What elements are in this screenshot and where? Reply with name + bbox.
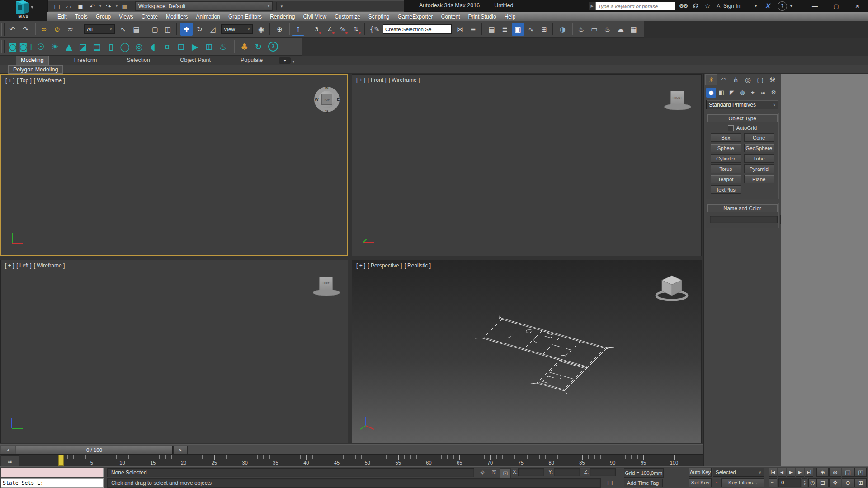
track-bar[interactable]: ≋ 05101520253035404550556065707580859095… xyxy=(0,454,703,466)
shapes-category-icon[interactable]: ◧ xyxy=(717,88,726,98)
use-pivot-center-icon[interactable]: ◉ xyxy=(255,23,267,36)
menu-item[interactable]: Graph Editors xyxy=(224,14,266,20)
render-last-icon[interactable]: ▦ xyxy=(627,23,640,36)
menu-item[interactable]: Help xyxy=(500,14,520,20)
favorites-star-icon[interactable]: ☆ xyxy=(702,1,713,10)
save-file-icon[interactable]: ▣ xyxy=(75,1,86,11)
viewcube-face[interactable]: TOP xyxy=(321,94,332,105)
open-file-icon[interactable]: ▱ xyxy=(63,1,75,11)
menu-item[interactable]: GameExporter xyxy=(394,14,437,20)
mini-curve-editor-button[interactable]: ≋ xyxy=(1,455,19,466)
viewport-menu-shading[interactable]: [ Wireframe ] xyxy=(389,77,420,83)
object-type-button[interactable]: Pyramid xyxy=(744,164,774,173)
menu-item[interactable]: Customize xyxy=(330,14,364,20)
time-tag-window-icon[interactable]: ❒ xyxy=(605,479,615,488)
spinner-down-icon[interactable]: ▼ xyxy=(803,483,806,486)
macro-recorder-pane[interactable] xyxy=(1,468,104,477)
search-flyout-button[interactable]: ▶ xyxy=(589,2,595,10)
geometry-category-icon[interactable]: ● xyxy=(706,88,716,98)
viewport-menu-shading[interactable]: [ Wireframe ] xyxy=(34,263,65,269)
ribbon-tab[interactable]: Populate xyxy=(236,56,267,65)
select-and-link-icon[interactable]: ∞ xyxy=(38,23,50,36)
search-input[interactable] xyxy=(596,2,675,10)
viewport-menu-shading[interactable]: [ Realistic ] xyxy=(404,263,431,269)
auto-key-button[interactable]: Auto Key xyxy=(689,468,712,477)
next-frame-button[interactable]: ▶ xyxy=(796,468,804,477)
menu-item[interactable]: Print Studio xyxy=(464,14,500,20)
object-type-button[interactable]: Tube xyxy=(744,154,774,163)
workspace-dropdown[interactable]: Workspace: Default ▾ xyxy=(135,1,273,11)
select-and-manipulate-icon[interactable]: ⊕ xyxy=(274,23,286,36)
viewport-menu-general[interactable]: [ + ] xyxy=(5,77,14,84)
ribbon-toggle-icon[interactable]: ≣ xyxy=(499,23,511,36)
zoom-icon[interactable]: ⊕ xyxy=(816,468,829,477)
percent-snap-icon[interactable]: % xyxy=(337,23,349,36)
rect-selection-region-icon[interactable]: ▢ xyxy=(149,23,161,36)
ribbon-tab[interactable]: Modeling xyxy=(16,56,49,65)
zoom-all-icon[interactable]: ⊛ xyxy=(829,468,841,477)
create-tab-icon[interactable]: ☀ xyxy=(705,74,717,85)
menu-item[interactable]: Modifiers xyxy=(162,14,192,20)
key-selection-dropdown[interactable]: Selected ∨ xyxy=(713,468,764,477)
viewport-left[interactable]: [ + ] [ Left ] [ Wireframe ] LEFT xyxy=(0,260,348,443)
object-type-button[interactable]: Torus xyxy=(711,164,741,173)
play-button[interactable]: ▶ xyxy=(787,468,795,477)
motion-tab-icon[interactable]: ◎ xyxy=(742,74,754,85)
menu-item[interactable]: Civil View xyxy=(299,14,330,20)
cameras-category-icon[interactable]: ◍ xyxy=(737,88,747,98)
add-time-tag[interactable]: Add Time Tag xyxy=(624,479,663,487)
object-type-button[interactable]: Teapot xyxy=(711,175,741,183)
application-menu-button[interactable]: MAX xyxy=(0,0,47,21)
schematic-view-icon[interactable]: ⊞ xyxy=(538,23,550,36)
set-key-button[interactable]: Set Key xyxy=(689,478,712,487)
time-configuration-button[interactable]: ◷ xyxy=(808,478,816,487)
selection-filter-dropdown[interactable]: All ∨ xyxy=(84,24,115,34)
current-frame-field[interactable]: 0 xyxy=(778,478,801,487)
mirror-icon[interactable]: ⋈ xyxy=(454,23,466,36)
object-name-input[interactable] xyxy=(710,216,778,223)
orbit-icon[interactable]: ⊙ xyxy=(842,478,854,487)
current-frame-marker[interactable] xyxy=(58,455,64,466)
window-crossing-icon[interactable]: ◫ xyxy=(162,23,174,36)
object-type-button[interactable]: Box xyxy=(711,133,741,142)
edit-named-sets-icon[interactable]: {✎ xyxy=(368,23,381,36)
compass-south[interactable]: S xyxy=(326,109,328,113)
menu-item[interactable]: Edit xyxy=(53,14,71,20)
viewport-menu-general[interactable]: [ + ] xyxy=(5,263,14,269)
previous-frame-arrow[interactable]: < xyxy=(1,446,15,454)
hierarchy-tab-icon[interactable]: ⋔ xyxy=(730,74,742,85)
menu-item[interactable]: Scripting xyxy=(364,14,394,20)
select-by-name-icon[interactable]: ▤ xyxy=(130,23,142,36)
toolbar-drag-handle[interactable] xyxy=(1,40,5,53)
rendered-frame-icon[interactable]: ▭ xyxy=(588,23,600,36)
camera-icon[interactable]: ◙ xyxy=(6,39,20,54)
redo-icon[interactable]: ↷ xyxy=(19,23,32,36)
go-to-start-button[interactable]: |◀ xyxy=(769,468,777,477)
selection-lock-icon[interactable]: ⚿ xyxy=(489,468,499,477)
layered-spheres-icon[interactable]: ◎ xyxy=(132,39,146,54)
sign-in-button[interactable]: Sign In xyxy=(723,1,740,10)
unlink-selection-icon[interactable]: ⊘ xyxy=(51,23,63,36)
object-type-button[interactable]: Cone xyxy=(744,133,774,142)
communication-center-icon[interactable]: ☊ xyxy=(690,1,701,10)
ribbon-overflow-button[interactable]: ▼ xyxy=(279,57,291,64)
terrain-icon[interactable]: ◪ xyxy=(76,39,90,54)
go-to-end-button[interactable]: ▶| xyxy=(805,468,813,477)
project-folder-icon[interactable]: ▥ xyxy=(119,1,131,11)
collapse-icon[interactable]: - xyxy=(709,116,714,121)
compass-west[interactable]: W xyxy=(315,97,319,102)
name-color-rollout-header[interactable]: - Name and Color xyxy=(707,204,778,212)
bulb-head-icon[interactable]: ¤ xyxy=(160,39,174,54)
viewcube[interactable]: LEFT xyxy=(312,276,341,297)
compass-north[interactable]: N xyxy=(326,86,329,90)
named-selection-sets-field[interactable]: Create Selection Se xyxy=(383,24,452,34)
viewport-menu-general[interactable]: [ + ] xyxy=(356,77,365,83)
zoom-extents-icon[interactable]: ◱ xyxy=(842,468,854,477)
next-frame-arrow[interactable]: > xyxy=(173,446,188,454)
video-window-icon[interactable]: ▶ xyxy=(188,39,202,54)
menu-item[interactable]: Views xyxy=(115,14,137,20)
previous-frame-button[interactable]: ◀ xyxy=(778,468,786,477)
qat-customize-button[interactable]: ▾ xyxy=(276,2,287,10)
undo-dropdown-icon[interactable]: ▾ xyxy=(98,1,103,11)
z-coordinate-input[interactable] xyxy=(590,469,615,476)
